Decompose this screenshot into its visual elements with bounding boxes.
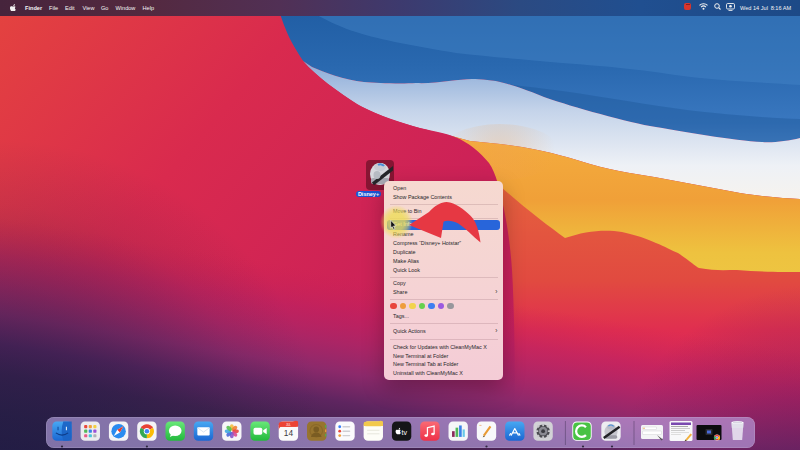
svg-text:14: 14 — [284, 428, 294, 438]
svg-text:JUL: JUL — [286, 423, 291, 427]
svg-text:tv: tv — [402, 429, 408, 436]
